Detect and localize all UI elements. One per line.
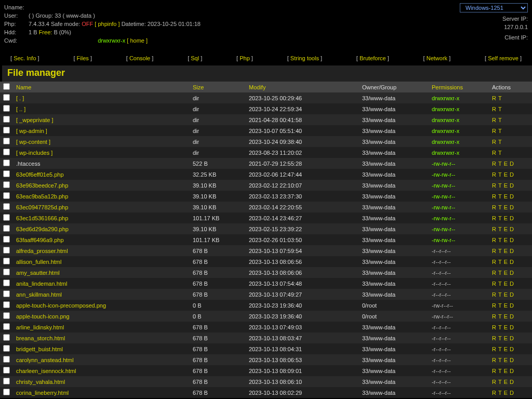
file-link[interactable]: 63eac9ba5a12b.php	[16, 193, 68, 200]
action-d[interactable]: D	[510, 335, 514, 341]
action-e[interactable]: E	[504, 226, 508, 232]
file-link[interactable]: corina_lineberry.html	[16, 390, 69, 396]
action-r[interactable]: R	[492, 128, 496, 134]
file-link[interactable]: apple-touch-icon.png	[16, 313, 70, 320]
action-t[interactable]: T	[498, 139, 502, 145]
action-d[interactable]: D	[510, 357, 514, 363]
file-link[interactable]: christy_vahala.html	[16, 379, 65, 385]
action-d[interactable]: D	[510, 270, 514, 276]
file-permissions[interactable]: -r--r--r--	[432, 357, 451, 363]
file-permissions[interactable]: -r--r--r--	[432, 281, 451, 287]
action-t[interactable]: T	[498, 215, 502, 221]
row-checkbox[interactable]	[3, 127, 10, 134]
file-link[interactable]: bridgett_buist.html	[16, 346, 63, 352]
action-e[interactable]: E	[504, 259, 508, 265]
file-permissions[interactable]: -rw-rw-r--	[432, 161, 455, 167]
file-permissions[interactable]: drwxrwxr-x	[432, 95, 459, 101]
action-d[interactable]: D	[510, 313, 514, 320]
file-link[interactable]: breana_storch.html	[16, 335, 65, 341]
action-t[interactable]: T	[498, 313, 502, 320]
row-checkbox[interactable]	[3, 203, 10, 210]
action-r[interactable]: R	[492, 237, 496, 243]
action-r[interactable]: R	[492, 193, 496, 200]
action-d[interactable]: D	[510, 248, 514, 254]
action-d[interactable]: D	[510, 291, 514, 298]
col-modify[interactable]: Modify	[249, 84, 265, 90]
action-r[interactable]: R	[492, 182, 496, 189]
action-d[interactable]: D	[510, 226, 514, 232]
action-e[interactable]: E	[504, 248, 508, 254]
row-checkbox[interactable]	[3, 105, 10, 112]
file-permissions[interactable]: drwxrwxr-x	[432, 117, 459, 123]
action-r[interactable]: R	[492, 139, 496, 145]
action-e[interactable]: E	[504, 390, 508, 396]
action-t[interactable]: T	[498, 368, 502, 374]
action-d[interactable]: D	[510, 161, 514, 167]
file-link[interactable]: [ wp-admin ]	[16, 128, 47, 134]
action-d[interactable]: D	[510, 302, 514, 309]
row-checkbox[interactable]	[3, 116, 10, 123]
action-t[interactable]: T	[498, 291, 502, 298]
action-r[interactable]: R	[492, 117, 496, 123]
action-t[interactable]: T	[498, 106, 502, 112]
row-checkbox[interactable]	[3, 367, 10, 374]
col-name[interactable]: Name	[16, 84, 31, 90]
action-e[interactable]: E	[504, 324, 508, 330]
action-e[interactable]: E	[504, 313, 508, 320]
file-permissions[interactable]: -r--r--r--	[432, 270, 451, 276]
file-link[interactable]: amy_sautter.html	[16, 270, 60, 276]
action-d[interactable]: D	[510, 346, 514, 352]
action-e[interactable]: E	[504, 291, 508, 298]
action-d[interactable]: D	[510, 390, 514, 396]
row-checkbox[interactable]	[3, 290, 10, 297]
nav-self[interactable]: Self remove	[488, 55, 518, 61]
action-r[interactable]: R	[492, 171, 496, 178]
action-t[interactable]: T	[498, 171, 502, 178]
file-permissions[interactable]: -rw-rw-r--	[432, 204, 455, 210]
action-r[interactable]: R	[492, 204, 496, 210]
file-link[interactable]: carolynn_anstead.html	[16, 357, 74, 363]
row-checkbox[interactable]	[3, 378, 10, 384]
row-checkbox[interactable]	[3, 389, 10, 395]
action-t[interactable]: T	[498, 117, 502, 123]
file-permissions[interactable]: drwxrwxr-x	[432, 106, 459, 112]
nav-console[interactable]: Console	[129, 55, 150, 61]
action-d[interactable]: D	[510, 215, 514, 221]
action-e[interactable]: E	[504, 193, 508, 200]
row-checkbox[interactable]	[3, 312, 10, 319]
nav-sql[interactable]: Sql	[191, 55, 199, 61]
row-checkbox[interactable]	[3, 192, 10, 199]
action-e[interactable]: E	[504, 270, 508, 276]
action-e[interactable]: E	[504, 357, 508, 363]
action-t[interactable]: T	[498, 270, 502, 276]
nav-brute[interactable]: Bruteforce	[360, 55, 386, 61]
col-size[interactable]: Size	[193, 84, 204, 90]
file-permissions[interactable]: -r--r--r--	[432, 248, 451, 254]
file-permissions[interactable]: -rw-rw-r--	[432, 226, 455, 232]
row-checkbox[interactable]	[3, 247, 10, 254]
action-t[interactable]: T	[498, 324, 502, 330]
file-link[interactable]: allison_fullen.html	[16, 259, 61, 265]
file-link[interactable]: alfreda_prosser.html	[16, 248, 68, 254]
file-link[interactable]: [ wp-content ]	[16, 139, 50, 145]
file-permissions[interactable]: drwxrwxr-x	[432, 150, 459, 156]
action-e[interactable]: E	[504, 161, 508, 167]
file-permissions[interactable]: drwxrwxr-x	[432, 128, 459, 134]
action-r[interactable]: R	[492, 368, 496, 374]
action-r[interactable]: R	[492, 106, 496, 112]
action-t[interactable]: T	[498, 248, 502, 254]
file-link[interactable]: 63e963beedce7.php	[16, 182, 68, 189]
file-permissions[interactable]: -rw-r--r--	[432, 302, 453, 309]
row-checkbox[interactable]	[3, 334, 10, 341]
action-d[interactable]: D	[510, 182, 514, 189]
nav-php[interactable]: Php	[240, 55, 250, 61]
file-link[interactable]: 63ed6d29da290.php	[16, 226, 69, 232]
file-permissions[interactable]: -r--r--r--	[432, 379, 451, 385]
action-d[interactable]: D	[510, 171, 514, 178]
action-r[interactable]: R	[492, 150, 496, 156]
col-perm[interactable]: Permissions	[432, 84, 463, 90]
action-r[interactable]: R	[492, 215, 496, 221]
action-r[interactable]: R	[492, 270, 496, 276]
file-permissions[interactable]: -rw-rw-r--	[432, 193, 455, 200]
home-link[interactable]: [ home ]	[127, 37, 148, 44]
